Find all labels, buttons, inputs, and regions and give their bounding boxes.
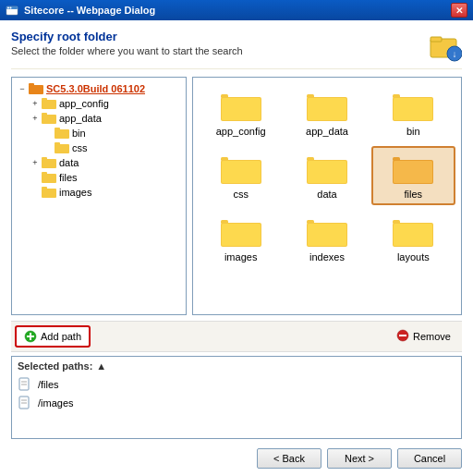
grid-folder-icon-data [307, 152, 347, 187]
tree-item-files[interactable]: · files [14, 170, 184, 185]
dialog-title: Specify root folder [11, 30, 243, 43]
folder-icon-files [42, 171, 56, 184]
tree-label-images: images [59, 187, 91, 198]
grid-folder-icon-css [221, 152, 261, 187]
grid-folder-label-layouts: layouts [397, 251, 430, 262]
folder-icon-css [55, 141, 69, 154]
tree-label-app_config: app_config [59, 98, 109, 109]
titlebar-icon [6, 4, 18, 17]
header-text: Specify root folder Select the folder wh… [11, 30, 243, 56]
svg-text:↓: ↓ [453, 49, 457, 59]
grid-folder-icon-files [393, 152, 433, 187]
dialog-body: Specify root folder Select the folder wh… [0, 20, 473, 476]
svg-rect-9 [29, 85, 43, 94]
path-label-images: /images [38, 397, 74, 409]
grid-folder-label-files: files [405, 189, 423, 200]
remove-icon [396, 329, 409, 344]
grid-folder-files[interactable]: files [371, 146, 455, 205]
tree-label-app_data: app_data [59, 113, 102, 124]
grid-folder-bin[interactable]: bin [371, 83, 455, 142]
grid-folder-icon-layouts [393, 214, 433, 250]
dialog-header: Specify root folder Select the folder wh… [11, 30, 462, 69]
tree-item-css[interactable]: · css [14, 140, 184, 155]
main-area: − SC5.3.0Build 061102 + [11, 77, 462, 315]
next-button[interactable]: Next > [327, 448, 392, 469]
svg-rect-26 [222, 98, 261, 120]
svg-rect-32 [394, 98, 432, 120]
grid-folder-label-data: data [317, 189, 336, 200]
svg-rect-29 [308, 98, 346, 120]
svg-rect-15 [55, 129, 69, 139]
folder-grid: app_config app_data [199, 83, 455, 268]
grid-folder-layouts[interactable]: layouts [371, 209, 455, 268]
selected-paths-area: Selected paths: ▲ /files /images [11, 356, 462, 439]
grid-folder-icon-app_data [307, 89, 347, 124]
grid-folder-app_config[interactable]: app_config [199, 83, 283, 142]
expand-data[interactable]: + [29, 156, 42, 169]
grid-folder-label-images: images [224, 251, 257, 262]
grid-folder-icon-images [221, 214, 261, 250]
tree-item-data[interactable]: + data [14, 155, 184, 170]
tree-label-data: data [59, 157, 79, 168]
path-file-icon-files [18, 377, 32, 392]
add-path-label: Add path [41, 331, 81, 342]
expand-app_config[interactable]: + [29, 97, 42, 110]
header-icon: ↓ [429, 30, 462, 63]
grid-folder-icon-bin [393, 89, 433, 124]
tree-item-app_config[interactable]: + app_config [14, 96, 184, 111]
folder-icon-bin [55, 127, 69, 140]
svg-rect-50 [394, 224, 432, 246]
path-label-files: /files [38, 379, 59, 390]
tree-label-bin: bin [72, 128, 86, 139]
svg-rect-35 [222, 161, 261, 183]
svg-rect-23 [42, 189, 56, 198]
titlebar: Sitecore -- Webpage Dialog ✕ [0, 0, 473, 20]
root-folder-icon [29, 82, 43, 95]
selected-paths-header: Selected paths: ▲ [18, 360, 455, 372]
collapse-icon[interactable]: ▲ [96, 360, 106, 372]
cancel-button[interactable]: Cancel [397, 448, 462, 469]
svg-rect-38 [308, 161, 346, 183]
grid-folder-label-indexes: indexes [309, 251, 345, 262]
add-icon [24, 330, 37, 343]
expand-bin: · [42, 127, 55, 140]
tree-label-files: files [59, 172, 78, 183]
close-button[interactable]: ✕ [451, 3, 467, 18]
svg-rect-44 [222, 224, 261, 246]
tree-item-app_data[interactable]: + app_data [14, 111, 184, 126]
tree-root[interactable]: − SC5.3.0Build 061102 [14, 81, 184, 96]
grid-folder-icon-app_config [221, 89, 261, 124]
grid-folder-label-css: css [233, 189, 249, 200]
grid-folder-images[interactable]: images [199, 209, 283, 268]
path-item-images[interactable]: /images [18, 394, 455, 412]
grid-folder-data[interactable]: data [285, 146, 369, 205]
dialog-subtitle: Select the folder where you want to star… [11, 45, 243, 56]
path-item-files[interactable]: /files [18, 375, 455, 394]
grid-panel[interactable]: app_config app_data [192, 77, 462, 315]
grid-folder-css[interactable]: css [199, 146, 283, 205]
folder-icon-app_config [42, 97, 56, 110]
tree-item-images[interactable]: · images [14, 185, 184, 200]
grid-folder-indexes[interactable]: indexes [285, 209, 369, 268]
svg-rect-21 [42, 174, 56, 183]
expand-root[interactable]: − [16, 82, 29, 95]
svg-rect-11 [42, 100, 56, 109]
grid-folder-label-app_data: app_data [306, 126, 348, 137]
grid-folder-app_data[interactable]: app_data [285, 83, 369, 142]
folder-icon-data [42, 156, 56, 169]
back-button[interactable]: < Back [257, 448, 321, 469]
expand-app_data[interactable]: + [29, 112, 42, 125]
remove-label: Remove [413, 331, 451, 342]
folder-icon-images [42, 186, 56, 199]
window-title: Sitecore -- Webpage Dialog [24, 5, 155, 16]
svg-rect-41 [394, 161, 432, 183]
folder-icon-app_data [42, 112, 56, 125]
grid-folder-label-app_config: app_config [216, 126, 266, 137]
bottom-toolbar: Add path Remove [11, 321, 462, 352]
tree-item-bin[interactable]: · bin [14, 126, 184, 140]
svg-rect-13 [42, 115, 56, 124]
remove-button[interactable]: Remove [389, 326, 458, 347]
dialog-footer: < Back Next > Cancel [11, 445, 462, 469]
tree-panel[interactable]: − SC5.3.0Build 061102 + [11, 77, 187, 315]
add-path-button[interactable]: Add path [15, 325, 91, 348]
